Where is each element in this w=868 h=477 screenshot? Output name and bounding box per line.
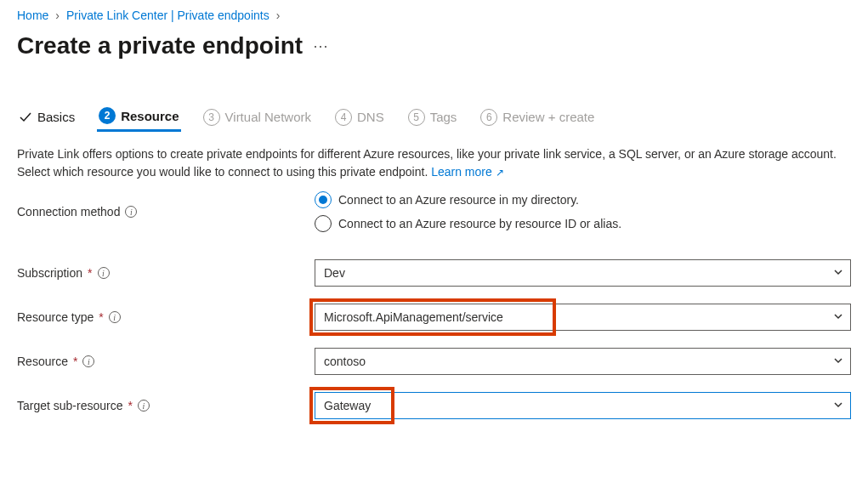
tab-resource[interactable]: 2 Resource	[97, 102, 180, 132]
page-title: Create a private endpoint	[17, 32, 303, 60]
resource-type-select[interactable]: Microsoft.ApiManagement/service	[315, 304, 851, 331]
wizard-tabs: Basics 2 Resource 3 Virtual Network 4 DN…	[17, 102, 851, 132]
checkmark-icon	[19, 111, 32, 124]
resource-label: Resource	[17, 355, 68, 368]
radio-icon	[315, 191, 332, 208]
resource-select[interactable]: contoso	[315, 348, 851, 375]
required-asterisk: *	[99, 310, 103, 324]
step-badge-6: 6	[480, 109, 497, 126]
breadcrumb-home[interactable]: Home	[17, 9, 48, 22]
target-sub-resource-select[interactable]: Gateway	[315, 392, 851, 419]
tab-dns-label: DNS	[357, 110, 384, 124]
step-badge-5: 5	[408, 109, 425, 126]
subscription-value: Dev	[324, 266, 345, 280]
row-resource: Resource * i contoso	[17, 348, 851, 375]
resource-type-value: Microsoft.ApiManagement/service	[324, 310, 503, 324]
chevron-down-icon	[833, 266, 843, 280]
row-resource-type: Resource type * i Microsoft.ApiManagemen…	[17, 304, 851, 331]
radio-azure-directory[interactable]: Connect to an Azure resource in my direc…	[315, 191, 851, 208]
chevron-right-icon: ›	[276, 9, 281, 22]
tab-tags[interactable]: 5 Tags	[406, 104, 459, 131]
resource-type-label: Resource type	[17, 310, 94, 324]
connection-method-label: Connection method	[17, 205, 120, 219]
subscription-label: Subscription	[17, 266, 82, 280]
external-link-icon: ↗	[496, 167, 504, 179]
target-sub-resource-value: Gateway	[324, 399, 371, 412]
tab-basics-label: Basics	[37, 110, 75, 124]
breadcrumb: Home › Private Link Center | Private end…	[17, 9, 851, 22]
more-actions-button[interactable]: ⋯	[313, 37, 328, 55]
target-sub-resource-label: Target sub-resource	[17, 399, 123, 412]
page-title-row: Create a private endpoint ⋯	[17, 32, 851, 60]
tab-review-create[interactable]: 6 Review + create	[479, 104, 596, 131]
step-badge-3: 3	[203, 109, 220, 126]
tab-vnet-label: Virtual Network	[225, 110, 311, 124]
tab-resource-label: Resource	[121, 109, 179, 123]
chevron-down-icon	[833, 310, 843, 324]
description-text: Private Link offers options to create pr…	[17, 145, 850, 181]
info-icon[interactable]: i	[138, 400, 150, 412]
learn-more-link[interactable]: Learn more	[431, 165, 492, 179]
step-badge-2: 2	[99, 107, 116, 124]
tab-dns[interactable]: 4 DNS	[333, 104, 386, 131]
info-icon[interactable]: i	[98, 267, 110, 279]
tab-review-label: Review + create	[502, 110, 594, 124]
chevron-down-icon	[833, 355, 843, 368]
description-body: Private Link offers options to create pr…	[17, 147, 837, 179]
info-icon[interactable]: i	[109, 311, 121, 323]
radio-icon	[315, 215, 332, 232]
chevron-right-icon: ›	[55, 9, 60, 22]
connection-method-radio-group: Connect to an Azure resource in my direc…	[315, 191, 851, 232]
resource-value: contoso	[324, 355, 366, 368]
radio-directory-label: Connect to an Azure resource in my direc…	[338, 193, 579, 207]
info-icon[interactable]: i	[82, 355, 94, 367]
radio-resource-id[interactable]: Connect to an Azure resource by resource…	[315, 215, 851, 232]
step-badge-4: 4	[335, 109, 352, 126]
tab-virtual-network[interactable]: 3 Virtual Network	[201, 104, 313, 131]
required-asterisk: *	[73, 355, 77, 368]
required-asterisk: *	[88, 266, 92, 280]
required-asterisk: *	[128, 399, 133, 412]
chevron-down-icon	[833, 399, 843, 412]
breadcrumb-plc[interactable]: Private Link Center | Private endpoints	[66, 9, 269, 22]
tab-basics[interactable]: Basics	[17, 105, 77, 129]
row-connection-method: Connection method i Connect to an Azure …	[17, 191, 851, 232]
row-target-sub-resource: Target sub-resource * i Gateway	[17, 392, 851, 419]
radio-id-label: Connect to an Azure resource by resource…	[338, 217, 621, 230]
tab-tags-label: Tags	[430, 110, 457, 124]
subscription-select[interactable]: Dev	[315, 259, 851, 287]
row-subscription: Subscription * i Dev	[17, 259, 851, 287]
info-icon[interactable]: i	[125, 206, 137, 218]
